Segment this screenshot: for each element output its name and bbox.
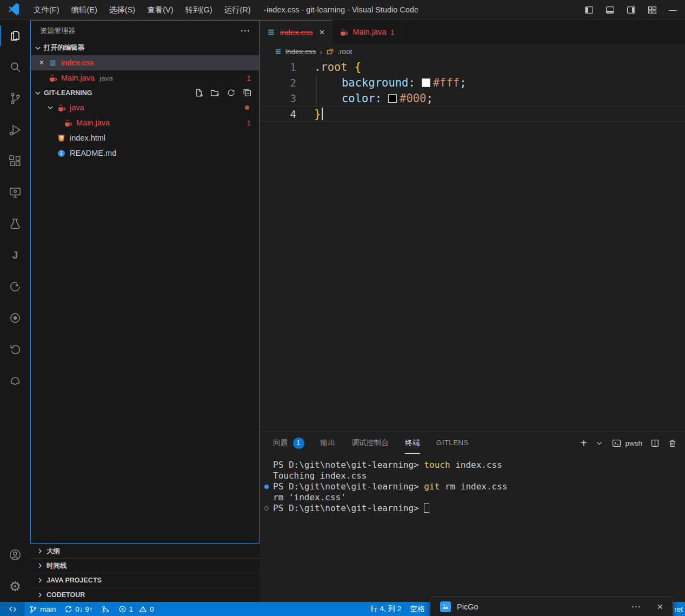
- panel-tab-terminal[interactable]: 终端: [405, 432, 420, 454]
- toast-more-icon[interactable]: ⋯: [631, 601, 641, 613]
- breadcrumb-file[interactable]: index.css: [285, 48, 316, 56]
- tree-empty-area[interactable]: [31, 161, 259, 543]
- panel-tab-bar: 问题 1 输出 调试控制台 终端 GITLENS + pwsh: [260, 432, 685, 454]
- error-icon: [118, 605, 127, 613]
- menu-selection[interactable]: 选择(S): [103, 3, 141, 17]
- minimize-icon[interactable]: —: [669, 5, 676, 14]
- panel-tab-problems[interactable]: 问题 1: [273, 432, 304, 454]
- terminal-prompt: PS D:\git\note\git-learning>: [273, 460, 424, 470]
- history-undo-icon[interactable]: [0, 334, 30, 365]
- view-more-actions-icon[interactable]: ⋯: [240, 24, 250, 37]
- panel-tab-output[interactable]: 输出: [321, 432, 336, 454]
- breadcrumb: index.css › .root: [260, 44, 685, 59]
- menu-bar: 文件(F) 编辑(E) 选择(S) 查看(V) 转到(G) 运行(R) ⋯: [28, 3, 278, 17]
- terminal-dropdown-chevron-icon[interactable]: [595, 439, 604, 448]
- record-target-icon[interactable]: [0, 302, 30, 334]
- section-outline[interactable]: 大纲: [30, 544, 260, 558]
- java-file-icon: [48, 74, 57, 83]
- tree-item-readme[interactable]: README.md: [31, 145, 259, 161]
- terminal-line: PS D:\git\note\git-learning>: [260, 503, 685, 514]
- remote-explorer-icon[interactable]: [0, 177, 30, 208]
- chevron-down-icon: [34, 44, 42, 52]
- java-extension-icon[interactable]: J: [0, 240, 30, 271]
- open-editors-header[interactable]: 打开的编辑器: [31, 41, 259, 55]
- toggle-panel-icon[interactable]: [606, 5, 615, 15]
- menu-edit[interactable]: 编辑(E): [65, 3, 103, 17]
- git-branch-status[interactable]: main: [25, 602, 60, 616]
- java-folder-icon: [57, 103, 66, 112]
- run-debug-icon[interactable]: [0, 114, 30, 145]
- section-java-projects[interactable]: JAVA PROJECTS: [30, 573, 260, 587]
- open-editor-item-indexcss[interactable]: × index.css: [31, 55, 259, 70]
- explorer-icon[interactable]: [0, 20, 30, 51]
- refresh-icon[interactable]: [227, 88, 236, 97]
- code-line-1: 1 .root{: [260, 59, 685, 75]
- section-label: JAVA PROJECTS: [46, 577, 102, 584]
- toggle-secondary-sidebar-icon[interactable]: [627, 5, 636, 15]
- remote-icon: [9, 605, 17, 613]
- breadcrumb-symbol[interactable]: .root: [337, 48, 352, 56]
- settings-gear-icon[interactable]: ⚙: [0, 571, 30, 602]
- problem-count-badge: 1: [247, 119, 251, 127]
- terminal-output[interactable]: PS D:\git\note\git-learning> touch index…: [260, 454, 685, 602]
- remote-indicator[interactable]: [0, 602, 25, 616]
- indentation-status[interactable]: 空格: [405, 602, 429, 616]
- tree-item-java-folder[interactable]: java: [31, 100, 259, 115]
- terminal-prompt: PS D:\git\note\git-learning>: [273, 481, 424, 492]
- command-pending-dot-icon[interactable]: [264, 506, 269, 511]
- java-file-icon: [339, 28, 348, 37]
- new-terminal-icon[interactable]: +: [581, 438, 587, 448]
- extensions-icon[interactable]: [0, 145, 30, 177]
- code-line-4-current: 4 }: [260, 106, 685, 122]
- account-icon[interactable]: [0, 539, 30, 571]
- branch-name: main: [40, 605, 56, 613]
- sync-status[interactable]: 0↓ 9↑: [60, 602, 97, 616]
- open-editor-item-mainjava[interactable]: Main.java java 1: [31, 70, 259, 85]
- tab-indexcss[interactable]: index.css ×: [260, 20, 332, 44]
- menu-more-icon[interactable]: ⋯: [257, 5, 278, 15]
- search-icon[interactable]: [0, 51, 30, 83]
- split-terminal-icon[interactable]: [650, 439, 660, 448]
- toast-app-name: PicGo: [457, 602, 478, 611]
- section-timeline[interactable]: 时间线: [30, 558, 260, 573]
- toggle-sidebar-icon[interactable]: [584, 5, 594, 15]
- close-icon[interactable]: ×: [35, 58, 48, 68]
- kill-terminal-trash-icon[interactable]: [668, 439, 677, 448]
- new-folder-icon[interactable]: [210, 88, 220, 97]
- menu-view[interactable]: 查看(V): [141, 3, 179, 17]
- cursor-position-status[interactable]: 行 4, 列 2: [366, 602, 405, 616]
- menu-run[interactable]: 运行(R): [218, 3, 256, 17]
- menu-goto[interactable]: 转到(G): [179, 3, 218, 17]
- panel-tab-debug-console[interactable]: 调试控制台: [351, 432, 389, 454]
- color-swatch-white[interactable]: [422, 78, 430, 87]
- source-control-icon[interactable]: [0, 83, 30, 114]
- panel-tab-gitlens[interactable]: GITLENS: [436, 432, 469, 454]
- terminal-instance-pwsh[interactable]: pwsh: [612, 439, 642, 448]
- colon-token: :: [408, 76, 415, 89]
- file-name: Main.java: [61, 74, 95, 82]
- color-swatch-black[interactable]: [388, 94, 397, 103]
- customize-layout-icon[interactable]: [648, 5, 657, 15]
- tree-item-indexhtml[interactable]: index.html: [31, 130, 259, 145]
- gradle-icon[interactable]: [0, 271, 30, 302]
- code-line-2: 2 background:#fff;: [260, 75, 685, 90]
- menu-file[interactable]: 文件(F): [28, 3, 65, 17]
- problems-status[interactable]: 1 0: [114, 602, 158, 616]
- tree-item-mainjava[interactable]: Main.java 1: [31, 115, 259, 130]
- docker-icon[interactable]: [0, 365, 30, 396]
- project-section-header[interactable]: GIT-LEARNING: [31, 85, 259, 100]
- chevron-right-icon: [36, 561, 44, 570]
- toast-close-icon[interactable]: ×: [657, 601, 663, 613]
- breadcrumb-separator-icon: ›: [320, 47, 322, 56]
- collapse-all-icon[interactable]: [243, 88, 252, 97]
- close-icon[interactable]: ×: [319, 27, 324, 38]
- testing-icon[interactable]: [0, 208, 30, 240]
- java-file-icon: [63, 118, 72, 128]
- code-editor[interactable]: 1 .root{ 2 background:#fff; 3 color:#000…: [260, 59, 685, 432]
- tab-mainjava[interactable]: Main.java 1: [332, 20, 402, 44]
- css-property-token: background: [342, 76, 408, 89]
- command-success-dot-icon[interactable]: [264, 485, 269, 489]
- section-codetour[interactable]: CODETOUR: [30, 587, 260, 602]
- new-file-icon[interactable]: [194, 88, 203, 97]
- git-graph-status[interactable]: [97, 602, 114, 616]
